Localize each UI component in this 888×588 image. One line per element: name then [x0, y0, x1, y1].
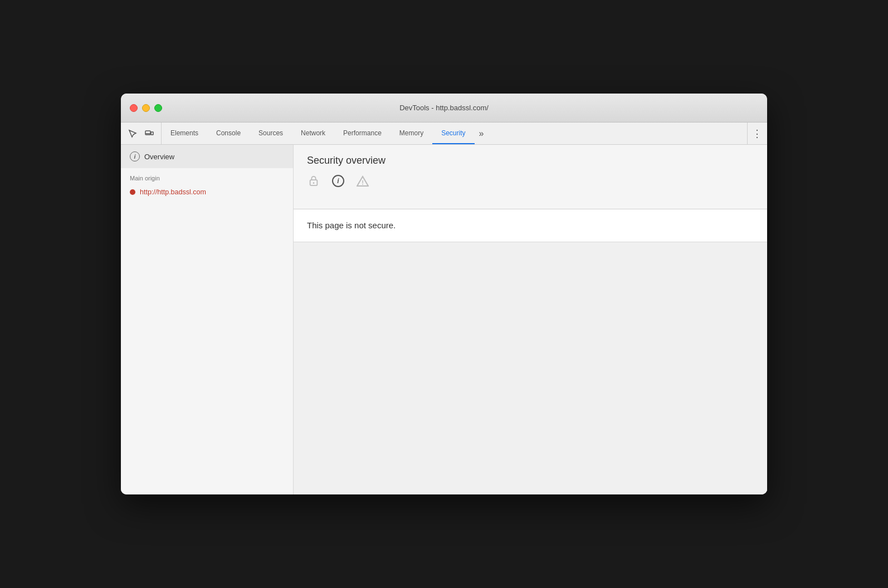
caret-shape: [367, 194, 379, 202]
url-host: http.badssl.com: [157, 188, 206, 196]
lock-icon: [307, 174, 320, 188]
main-content: i Overview Main origin http://http.badss…: [121, 145, 767, 494]
sidebar-overview-item[interactable]: i Overview: [121, 145, 293, 168]
close-button[interactable]: [130, 104, 138, 112]
security-panel: Security overview i: [294, 145, 767, 494]
title-bar: DevTools - http.badssl.com/: [121, 94, 767, 122]
url-scheme: http://: [140, 188, 157, 196]
more-tabs-button[interactable]: »: [475, 122, 489, 144]
traffic-lights: [121, 104, 162, 112]
info-icon-shape: i: [332, 175, 344, 187]
tab-security[interactable]: Security: [432, 122, 474, 144]
svg-text:!: !: [362, 179, 364, 186]
warning-triangle-icon: !: [356, 174, 369, 188]
main-origin-label: Main origin: [121, 168, 293, 185]
overview-info-icon: i: [130, 151, 140, 161]
devtools-menu-button[interactable]: ⋮: [752, 128, 763, 140]
toolbar-left: [121, 122, 162, 144]
sidebar: i Overview Main origin http://http.badss…: [121, 145, 294, 494]
security-panel-title: Security overview: [307, 155, 754, 166]
tab-memory[interactable]: Memory: [391, 122, 432, 144]
svg-marker-7: [367, 194, 379, 202]
empty-panel-area: [294, 242, 767, 494]
devtools-window: DevTools - http.badssl.com/ Elements Con…: [121, 94, 767, 494]
toolbar-right: ⋮: [747, 122, 767, 144]
not-secure-panel: This page is not secure.: [294, 209, 767, 242]
minimize-button[interactable]: [142, 104, 150, 112]
security-icons-row: i !: [307, 174, 754, 194]
svg-rect-1: [151, 132, 153, 135]
tab-network[interactable]: Network: [292, 122, 334, 144]
info-circle-icon: i: [331, 174, 345, 188]
maximize-button[interactable]: [154, 104, 162, 112]
security-overview-header: Security overview i: [294, 145, 767, 209]
origin-item[interactable]: http://http.badssl.com: [121, 185, 293, 199]
device-toolbar-icon[interactable]: [142, 126, 157, 141]
svg-point-4: [313, 182, 315, 184]
origin-status-dot: [130, 189, 135, 195]
tab-console[interactable]: Console: [207, 122, 250, 144]
tabs-list: Elements Console Sources Network Perform…: [162, 122, 747, 144]
caret-row: [307, 194, 754, 202]
not-secure-message: This page is not secure.: [307, 220, 396, 230]
tab-elements[interactable]: Elements: [162, 122, 207, 144]
tab-performance[interactable]: Performance: [334, 122, 391, 144]
window-title: DevTools - http.badssl.com/: [399, 104, 489, 112]
svg-rect-0: [145, 131, 150, 135]
tab-bar: Elements Console Sources Network Perform…: [121, 122, 767, 145]
tab-sources[interactable]: Sources: [250, 122, 292, 144]
inspect-element-icon[interactable]: [125, 126, 140, 141]
origin-url[interactable]: http://http.badssl.com: [140, 188, 206, 196]
overview-label: Overview: [144, 153, 174, 161]
